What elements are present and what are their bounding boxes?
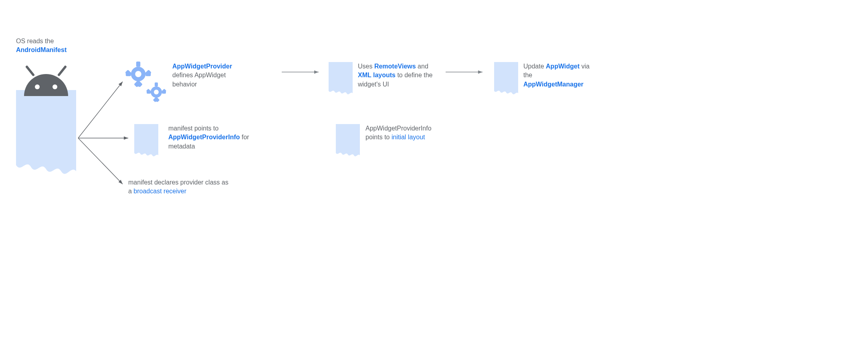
provider-text: AppWidgetProvider defines AppWidget beha… [172,62,277,89]
remoteviews-line3: widget's UI [358,81,389,88]
remoteviews-pre: Uses [358,63,374,70]
svg-point-12 [35,84,40,89]
update-post: via [579,63,589,70]
provider-title: AppWidgetProvider [172,63,232,70]
update-pre: Update [523,63,546,70]
update-doc-icon [494,62,518,94]
diagram-stage: OS reads the AndroidManifest AppWidgetPr… [0,0,868,349]
remoteviews-rest: to define the [396,72,433,78]
svg-line-14 [78,82,123,138]
initiallayout-pre: points to [365,134,392,140]
update-line2: the [523,72,532,78]
android-icon [24,67,68,96]
header-text: OS reads the AndroidManifest [16,37,120,55]
broadcast-text: manifest declares provider class as a br… [128,178,256,196]
update-hl: AppWidget [546,63,579,70]
header-line1: OS reads the [16,38,54,44]
remoteviews-doc-icon [329,62,353,94]
manifest-doc-icon [16,90,76,174]
providerinfo-text: manifest points to AppWidgetProviderInfo… [168,124,273,151]
providerinfo-line1: manifest points to [168,125,218,132]
gears-icon [125,62,151,87]
initiallayout-doc-icon [336,124,360,156]
svg-point-13 [52,84,57,89]
providerinfo-line3: metadata [168,143,195,150]
initiallayout-hl: initial layout [392,134,425,140]
initiallayout-text: AppWidgetProviderInfo points to initial … [365,124,462,142]
update-text: Update AppWidget via the AppWidgetManage… [523,62,616,89]
svg-line-16 [78,138,123,184]
broadcast-pre: a [128,188,133,195]
provider-desc2: behavior [172,81,197,88]
update-line3: AppWidgetManager [523,81,583,88]
header-manifest: AndroidManifest [16,46,67,53]
remoteviews-hl1: RemoteViews [374,63,416,70]
initiallayout-line1: AppWidgetProviderInfo [365,125,432,132]
providerinfo-rest: for [240,134,249,140]
providerinfo-hl: AppWidgetProviderInfo [168,134,240,140]
broadcast-line1: manifest declares provider class as [128,179,228,186]
remoteviews-and: and [416,63,428,70]
broadcast-hl: broadcast receiver [133,188,186,195]
svg-line-10 [27,67,33,75]
svg-line-11 [59,67,65,75]
provider-desc1: defines AppWidget [172,72,226,78]
providerinfo-doc-icon [134,124,158,156]
remoteviews-text: Uses RemoteViews and XML layouts to defi… [358,62,454,89]
remoteviews-hl2: XML layouts [358,72,396,78]
